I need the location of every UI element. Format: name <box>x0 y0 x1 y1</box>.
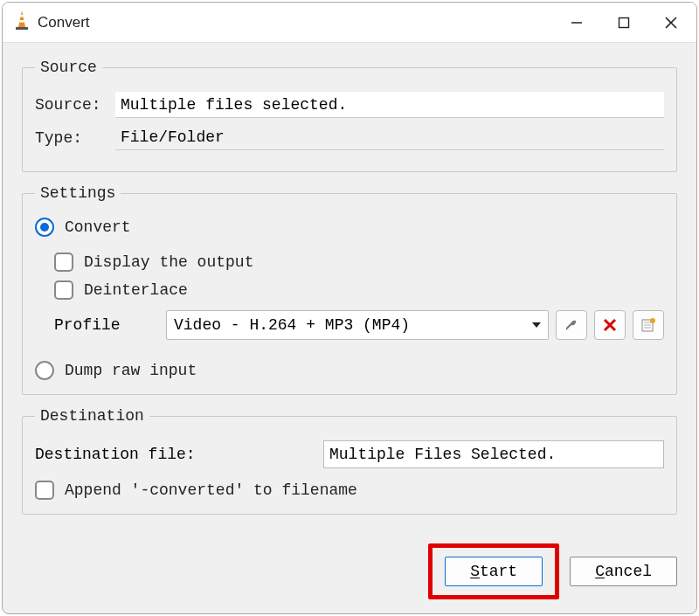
append-converted-label: Append '-converted' to filename <box>65 481 357 499</box>
maximize-button[interactable] <box>600 3 647 43</box>
start-button-tail: tart <box>480 563 517 580</box>
destination-file-input[interactable] <box>323 440 664 468</box>
destination-file-label: Destination file: <box>35 446 323 463</box>
convert-dialog: Convert Source Source: Type: File/Folder… <box>2 2 697 614</box>
type-value: File/Folder <box>115 125 664 150</box>
cancel-button[interactable]: Cancel <box>570 557 677 586</box>
dump-raw-radio[interactable] <box>35 361 54 380</box>
deinterlace-label: Deinterlace <box>84 281 188 299</box>
titlebar: Convert <box>3 3 696 43</box>
cancel-button-tail: ancel <box>605 563 652 580</box>
display-output-label: Display the output <box>84 253 253 271</box>
app-icon <box>13 10 31 35</box>
deinterlace-checkbox[interactable] <box>54 280 73 300</box>
close-button[interactable] <box>647 3 695 43</box>
source-group: Source Source: Type: File/Folder <box>22 59 677 172</box>
edit-profile-button[interactable] <box>556 310 587 340</box>
settings-group: Settings Convert Display the output Dein… <box>22 184 677 395</box>
svg-rect-2 <box>18 20 25 23</box>
new-profile-icon <box>640 317 656 333</box>
profile-label: Profile <box>54 316 166 334</box>
new-profile-button[interactable] <box>633 310 664 340</box>
annotation-highlight: Start <box>428 543 559 599</box>
settings-legend: Settings <box>35 184 121 202</box>
svg-rect-5 <box>619 17 629 27</box>
svg-rect-3 <box>16 27 28 30</box>
type-label: Type: <box>35 129 115 147</box>
destination-legend: Destination <box>35 407 149 425</box>
append-converted-checkbox[interactable] <box>35 481 54 500</box>
window-title: Convert <box>38 14 553 31</box>
dump-raw-label: Dump raw input <box>65 362 197 379</box>
start-button[interactable]: Start <box>445 557 543 586</box>
source-label: Source: <box>35 96 115 114</box>
wrench-icon <box>564 317 579 333</box>
display-output-checkbox[interactable] <box>54 253 73 272</box>
convert-radio-label: Convert <box>65 218 131 236</box>
profile-selected-value: Video - H.264 + MP3 (MP4) <box>174 316 410 334</box>
dialog-content: Source Source: Type: File/Folder Setting… <box>3 43 696 538</box>
convert-radio[interactable] <box>35 218 54 237</box>
delete-profile-button[interactable] <box>594 310 626 340</box>
svg-point-14 <box>650 318 655 323</box>
svg-marker-0 <box>18 10 25 27</box>
delete-icon <box>603 318 617 332</box>
destination-group: Destination Destination file: Append '-c… <box>22 407 677 515</box>
source-legend: Source <box>35 59 102 76</box>
profile-select[interactable]: Video - H.264 + MP3 (MP4) <box>166 310 549 340</box>
minimize-button[interactable] <box>553 3 600 43</box>
svg-rect-1 <box>19 15 24 17</box>
dialog-footer: Start Cancel <box>3 538 696 613</box>
chevron-down-icon <box>532 322 541 328</box>
source-field[interactable] <box>115 92 664 118</box>
